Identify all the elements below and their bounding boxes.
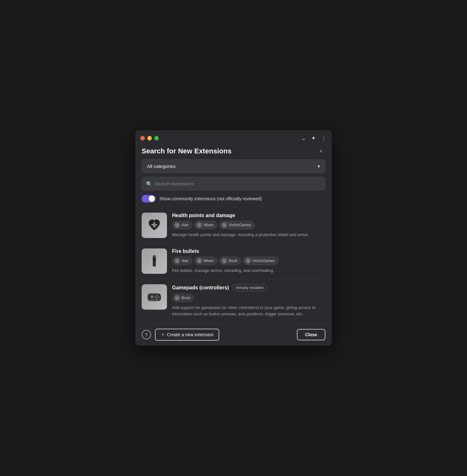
author-chip: ☺ VictrisGames [243, 257, 278, 265]
author-avatar: ☺ [174, 295, 180, 301]
svg-rect-1 [153, 222, 155, 228]
dialog-footer: ? ＋ Create a new extension Close [135, 323, 332, 346]
footer-left: ? ＋ Create a new extension [142, 329, 219, 341]
search-input[interactable] [142, 177, 325, 190]
traffic-light-fullscreen[interactable] [154, 136, 159, 140]
author-chip: ☺ 4ian [172, 257, 192, 265]
more-options-icon[interactable]: ⋮ [321, 135, 327, 142]
author-avatar: ☺ [221, 258, 227, 264]
author-name: VictrisGames [253, 259, 275, 263]
extension-icon-gamepad [142, 284, 167, 310]
svg-rect-3 [153, 262, 156, 267]
author-avatar: ☺ [174, 222, 180, 228]
author-chip: ☺ VictrisGames [219, 221, 255, 229]
author-name: Mixen [204, 259, 214, 263]
extension-icon-health [142, 213, 167, 238]
authors-row: ☺ 4ian ☺ Mixen ☺ Bouh ☺ [172, 257, 327, 265]
main-window: ⌄ ✦ ⋮ Search for New Extensions × All ca… [135, 130, 332, 346]
help-button[interactable]: ? [142, 330, 151, 339]
author-name: VictrisGames [229, 223, 251, 227]
svg-point-8 [156, 295, 157, 297]
author-name: 4ian [182, 223, 189, 227]
traffic-light-minimize[interactable] [147, 136, 152, 140]
svg-rect-7 [151, 295, 152, 298]
author-chip: ☺ 4ian [172, 221, 192, 229]
author-name: Bouh [182, 296, 190, 300]
authors-row: ☺ 4ian ☺ Mixen ☺ VictrisGames [172, 221, 327, 229]
dialog-body: All categories Gameplay UI Audio Network… [135, 159, 332, 322]
extension-item: Fire bullets ☺ 4ian ☺ Mixen ☺ [142, 243, 327, 279]
extension-name: Gamepads (controllers) [172, 285, 229, 291]
author-name: 4ian [182, 259, 189, 263]
puzzle-icon[interactable]: ✦ [311, 135, 316, 142]
extension-title-row: Gamepads (controllers) Already installed [172, 284, 327, 291]
author-name: Mixen [204, 223, 214, 227]
extension-content-bullets: Fire bullets ☺ 4ian ☺ Mixen ☺ [172, 248, 327, 274]
community-toggle-row: Show community extensions (not officiall… [142, 195, 325, 203]
author-name: Bouh [229, 259, 238, 263]
author-chip: ☺ Bouh [219, 257, 241, 265]
community-toggle-label: Show community extensions (not officiall… [159, 196, 262, 201]
extension-title-row: Fire bullets [172, 248, 327, 254]
close-footer-button[interactable]: Close [297, 329, 325, 340]
extension-description: Add support for gamepads (or other contr… [172, 305, 327, 317]
chevron-down-icon[interactable]: ⌄ [301, 135, 306, 142]
extensions-list: Health points and damage ☺ 4ian ☺ Mixen … [142, 208, 328, 322]
dialog-title: Search for New Extensions [142, 147, 232, 155]
traffic-lights [140, 136, 159, 140]
extension-content-health: Health points and damage ☺ 4ian ☺ Mixen … [172, 213, 327, 238]
extension-item: Health points and damage ☺ 4ian ☺ Mixen … [142, 208, 327, 243]
category-select[interactable]: All categories Gameplay UI Audio Network [142, 159, 325, 173]
category-select-wrapper: All categories Gameplay UI Audio Network… [142, 159, 325, 173]
author-avatar: ☺ [174, 258, 180, 264]
dialog-header: Search for New Extensions × [135, 142, 332, 159]
create-extension-label: Create a new extension [167, 332, 214, 337]
plus-icon: ＋ [161, 332, 165, 338]
svg-point-11 [154, 297, 156, 298]
author-chip: ☺ Mixen [194, 221, 217, 229]
author-avatar: ☺ [245, 258, 251, 264]
traffic-light-close[interactable] [140, 136, 145, 140]
extension-icon-bullets [142, 248, 167, 274]
community-toggle[interactable] [142, 195, 156, 203]
author-chip: ☺ Bouh [172, 294, 194, 302]
author-avatar: ☺ [196, 222, 202, 228]
extension-content-gamepad: Gamepads (controllers) Already installed… [172, 284, 327, 317]
extension-name: Fire bullets [172, 248, 199, 254]
extension-description: Manage health points and damage, includi… [172, 232, 327, 238]
author-avatar: ☺ [196, 258, 202, 264]
close-button[interactable]: × [317, 147, 325, 156]
extension-title-row: Health points and damage [172, 213, 327, 218]
authors-row: ☺ Bouh [172, 294, 327, 302]
extension-name: Health points and damage [172, 213, 235, 218]
installed-badge: Already installed [232, 284, 267, 291]
svg-point-4 [153, 255, 156, 258]
extension-item: Gamepads (controllers) Already installed… [142, 279, 327, 322]
title-bar: ⌄ ✦ ⋮ [135, 130, 332, 142]
svg-point-12 [150, 299, 154, 301]
author-avatar: ☺ [221, 222, 227, 228]
author-chip: ☺ Mixen [194, 257, 217, 265]
extension-description: Fire bullets, manage ammo, reloading, an… [172, 267, 327, 274]
title-bar-actions: ⌄ ✦ ⋮ [301, 135, 327, 142]
search-icon: 🔍 [146, 181, 152, 187]
create-extension-button[interactable]: ＋ Create a new extension [155, 329, 219, 341]
svg-point-13 [155, 299, 158, 301]
svg-point-9 [158, 297, 159, 298]
search-wrapper: 🔍 [142, 177, 325, 190]
